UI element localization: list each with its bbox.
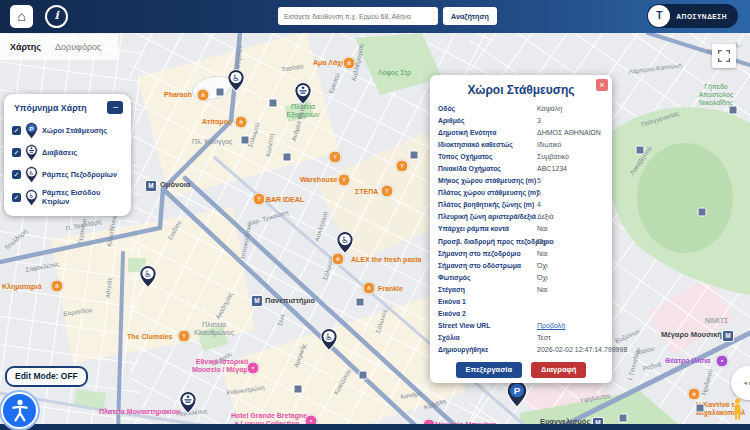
legend-item-label: Ράμπες Εισόδου Κτιρίων	[42, 188, 123, 206]
legend-item[interactable]: ✓♿Ράμπες Εισόδου Κτιρίων	[12, 188, 123, 206]
popup-field-row: ΣτέγασηΝαι	[438, 283, 604, 295]
poi-icon[interactable]: ⋔	[235, 116, 248, 129]
poi-icon[interactable]: Y	[396, 160, 409, 173]
search-input[interactable]	[278, 7, 438, 25]
ramp-map-pin[interactable]: ♿	[336, 231, 354, 258]
field-label: Στέγαση	[438, 286, 537, 293]
field-value: Καψάλη	[537, 105, 604, 112]
transit-stop-icon	[269, 99, 278, 108]
edit-mode-badge: Edit Mode: OFF	[5, 366, 88, 387]
accessibility-button[interactable]	[1, 392, 38, 429]
ramp-map-pin[interactable]: ♿	[227, 69, 245, 96]
poi-icon[interactable]: ⋔	[363, 282, 376, 295]
legend-item[interactable]: ✓Διαβάσεις	[12, 144, 123, 161]
poi-icon[interactable]: Y	[253, 193, 266, 206]
tab-satellite[interactable]: Δορυφόρος	[55, 42, 101, 52]
svg-text:♿: ♿	[232, 73, 240, 83]
poi-icon[interactable]: Y	[178, 330, 191, 343]
field-value: Ναι	[537, 286, 604, 293]
transit-stop-icon	[729, 106, 738, 115]
ramp-map-pin[interactable]: ♿	[320, 328, 338, 355]
field-label: Τύπος Οχήματος	[438, 153, 537, 160]
checkbox-checked[interactable]: ✓	[12, 126, 21, 135]
legend-minimize-button[interactable]: –	[107, 101, 123, 114]
fullscreen-button[interactable]	[712, 44, 736, 68]
poi-icon[interactable]: ⋔	[51, 280, 64, 293]
field-label: Street View URL	[438, 322, 537, 329]
popup-field-row: Ιδιοκτησιακό καθεστώςΙδιωτικό	[438, 138, 604, 150]
legend-item[interactable]: ✓♿Ράμπες Πεζοδρομίων	[12, 166, 123, 183]
field-value: 4	[537, 201, 604, 208]
metro-station-icon[interactable]: M	[145, 180, 157, 192]
poi-icon[interactable]: Y	[381, 185, 394, 198]
field-label: Ιδιοκτησιακό καθεστώς	[438, 141, 537, 148]
transit-stop-icon	[356, 298, 365, 307]
park-map-pin[interactable]: P	[506, 380, 528, 412]
home-button[interactable]: ⌂	[10, 5, 33, 28]
popup-field-row: ΣχόλιαΤεστ	[438, 332, 604, 344]
popup-field-row: Εικόνα 1	[438, 296, 604, 308]
field-value-link[interactable]: Προβολή	[537, 322, 604, 329]
popup-field-row: Δημιουργήθηκε2026-02-02 12:47:14.799998	[438, 344, 604, 356]
top-navigation-bar: ⌂ i Αναζήτηση T ΑΠΟΣΥΝΔΕΣΗ	[0, 0, 750, 33]
poi-icon[interactable]: Y	[338, 174, 351, 187]
svg-text:P: P	[30, 126, 34, 132]
info-button[interactable]: i	[45, 5, 68, 28]
field-label: Σχόλια	[438, 334, 537, 341]
field-value: 3	[537, 117, 604, 124]
field-value: 5	[537, 189, 604, 196]
field-value: Συμβατικό	[537, 153, 604, 160]
popup-field-row: Μήκος χώρου στάθμευσης (m)5	[438, 175, 604, 187]
svg-text:♿: ♿	[29, 169, 35, 177]
transit-stop-icon	[241, 136, 250, 145]
poi-icon[interactable]: Y	[329, 151, 342, 164]
popup-field-row: Σήμανση στο οδόστρωμαΌχι	[438, 259, 604, 271]
field-value: Όχι	[537, 274, 604, 281]
metro-station-icon[interactable]: M	[722, 330, 734, 342]
field-label: Πλάτος βοηθητικής ζώνης (m)	[438, 201, 537, 208]
close-icon[interactable]: ×	[596, 79, 608, 91]
checkbox-checked[interactable]: ✓	[12, 148, 21, 157]
cross-map-pin[interactable]	[179, 391, 197, 418]
map-type-control: Χάρτης Δορυφόρος	[0, 34, 118, 60]
logout-button[interactable]: T ΑΠΟΣΥΝΔΕΣΗ	[647, 4, 738, 28]
pegman-icon[interactable]	[732, 398, 743, 424]
ramp-map-pin[interactable]: ♿	[139, 265, 157, 292]
popup-field-row: Πινακίδα ΟχήματοςABC1234	[438, 162, 604, 174]
transit-stop-icon	[359, 371, 368, 380]
poi-icon[interactable]: •	[716, 355, 729, 368]
svg-text:♿: ♿	[341, 235, 349, 245]
poi-icon[interactable]: •	[247, 362, 260, 375]
poi-icon[interactable]: ⋔	[688, 388, 701, 401]
popup-field-row: Τύπος ΟχήματοςΣυμβατικό	[438, 150, 604, 162]
field-value: Όχι	[537, 262, 604, 269]
checkbox-checked[interactable]: ✓	[12, 170, 21, 179]
legend-item[interactable]: ✓PΧώροι Στάθμευσης	[12, 122, 123, 139]
tab-map[interactable]: Χάρτης	[10, 42, 41, 52]
checkbox-checked[interactable]: ✓	[12, 193, 21, 202]
field-value: 2026-02-02 12:47:14.799998	[537, 346, 627, 353]
field-label: Φωτισμός	[438, 274, 537, 281]
edit-button[interactable]: Επεξεργασία	[456, 362, 522, 378]
fullscreen-icon	[717, 49, 731, 63]
cross-map-pin[interactable]	[294, 82, 312, 109]
field-label: Πλάτος χώρου στάθμευσης (m)	[438, 189, 537, 196]
search-button[interactable]: Αναζήτηση	[443, 7, 497, 25]
svg-text:♿: ♿	[144, 269, 152, 279]
field-label: Μήκος χώρου στάθμευσης (m)	[438, 177, 537, 184]
svg-text:♿: ♿	[29, 191, 35, 199]
field-label: Οδός	[438, 105, 537, 112]
home-icon: ⌂	[17, 8, 25, 24]
popup-title: Χώροι Στάθμευσης	[438, 83, 604, 97]
popup-field-row: Πλάτος βοηθητικής ζώνης (m)4	[438, 199, 604, 211]
metro-station-icon[interactable]: M	[251, 295, 263, 307]
poi-icon[interactable]: ⋔	[343, 57, 356, 70]
svg-text:P: P	[514, 385, 521, 396]
field-label: Σήμανση στο οδόστρωμα	[438, 262, 537, 269]
field-value: Ναι	[537, 250, 604, 257]
poi-icon[interactable]: ⋔	[197, 89, 210, 102]
popup-field-row: Αριθμός3	[438, 114, 604, 126]
delete-button[interactable]: Διαγραφή	[531, 362, 586, 378]
transit-stop-icon	[283, 153, 292, 162]
park-pin-icon: P	[25, 122, 38, 139]
